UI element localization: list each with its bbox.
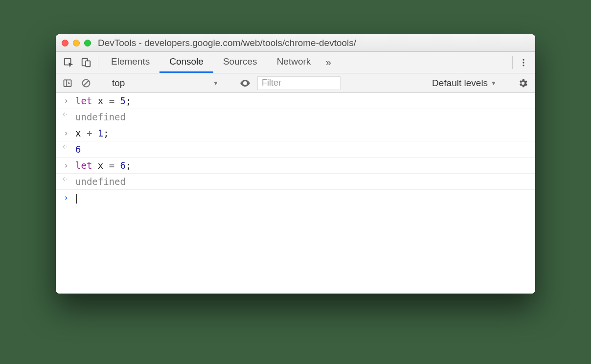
output-marker-icon <box>62 176 70 182</box>
svg-point-4 <box>523 62 524 63</box>
svg-point-5 <box>523 65 524 66</box>
settings-menu-button[interactable] <box>516 52 531 73</box>
separator <box>512 56 513 69</box>
separator <box>98 56 98 69</box>
device-toolbar-icon[interactable] <box>77 52 95 73</box>
svg-rect-6 <box>64 80 71 86</box>
console-settings-icon[interactable] <box>516 78 530 89</box>
devtools-window: DevTools - developers.google.com/web/too… <box>56 34 535 294</box>
svg-point-10 <box>244 82 246 84</box>
execution-context-label: top <box>112 78 125 89</box>
dropdown-icon: ▼ <box>491 80 497 87</box>
console-output-row: undefined <box>56 174 535 190</box>
panel-tabs: ElementsConsoleSourcesNetwork <box>101 52 320 73</box>
main-tabbar: ElementsConsoleSourcesNetwork » <box>56 52 535 73</box>
svg-point-11 <box>66 114 67 115</box>
toggle-sidebar-icon[interactable] <box>61 78 74 88</box>
dropdown-icon: ▼ <box>213 80 219 87</box>
console-output[interactable]: ›let x = 5;undefined›x + 1;6›let x = 6;u… <box>56 93 535 294</box>
log-levels-label: Default levels <box>432 78 488 89</box>
input-marker-icon: › <box>62 159 70 171</box>
log-levels-select[interactable]: Default levels ▼ <box>429 78 500 89</box>
console-output-row: undefined <box>56 109 535 125</box>
text-caret <box>76 194 77 204</box>
output-marker-icon <box>62 143 70 150</box>
console-output-row: 6 <box>56 141 535 158</box>
close-window-button[interactable] <box>62 40 68 46</box>
console-input-row: ›let x = 6; <box>56 158 535 174</box>
console-prompt-row[interactable]: › <box>56 190 535 205</box>
prompt-input[interactable] <box>75 192 77 204</box>
svg-point-3 <box>523 59 524 60</box>
zoom-window-button[interactable] <box>84 40 91 46</box>
code-text: let x = 6; <box>75 159 131 171</box>
input-marker-icon: › <box>62 95 70 107</box>
console-input-row: ›x + 1; <box>56 125 535 141</box>
filter-input[interactable]: Filter <box>257 76 341 90</box>
code-text: undefined <box>75 176 126 187</box>
minimize-window-button[interactable] <box>73 40 80 46</box>
tab-console[interactable]: Console <box>159 52 213 73</box>
execution-context-select[interactable]: top ▼ <box>109 78 222 89</box>
titlebar: DevTools - developers.google.com/web/too… <box>56 34 535 52</box>
code-text: let x = 5; <box>75 95 131 107</box>
svg-line-9 <box>84 81 89 86</box>
input-marker-icon: › <box>62 127 70 139</box>
svg-point-12 <box>66 146 67 147</box>
filter-placeholder: Filter <box>262 78 281 88</box>
tab-elements[interactable]: Elements <box>101 52 159 73</box>
console-input-row: ›let x = 5; <box>56 93 535 109</box>
traffic-lights <box>62 40 91 46</box>
svg-point-13 <box>66 179 67 180</box>
code-text: 6 <box>75 143 81 155</box>
output-marker-icon <box>62 111 70 118</box>
tab-network[interactable]: Network <box>267 52 321 73</box>
live-expression-icon[interactable] <box>238 77 252 89</box>
tab-sources[interactable]: Sources <box>213 52 267 73</box>
console-toolbar: top ▼ Filter Default levels ▼ <box>56 73 535 93</box>
prompt-marker-icon: › <box>62 192 70 204</box>
code-text: undefined <box>75 111 126 123</box>
more-tabs-button[interactable]: » <box>320 52 336 73</box>
clear-console-icon[interactable] <box>79 78 93 88</box>
inspect-element-icon[interactable] <box>60 52 77 73</box>
svg-rect-2 <box>86 61 90 67</box>
code-text: x + 1; <box>75 127 109 139</box>
window-title: DevTools - developers.google.com/web/too… <box>95 38 529 48</box>
